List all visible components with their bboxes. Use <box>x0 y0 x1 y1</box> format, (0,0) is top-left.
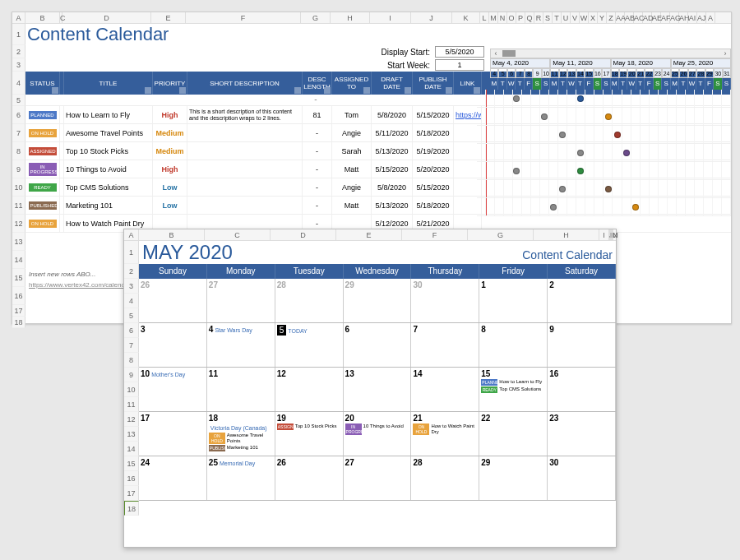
calendar-day[interactable]: 18Victoria Day (Canada)ON HOLDAwesome Tr… <box>207 412 275 456</box>
calendar-day[interactable]: 4Star Wars Day <box>207 323 275 367</box>
calendar-day[interactable]: 26 <box>275 456 344 500</box>
row-number[interactable]: 13 <box>124 427 139 442</box>
calendar-day[interactable]: 6 <box>344 323 412 367</box>
desc-cell[interactable] <box>187 197 303 214</box>
calendar-day[interactable]: 24 <box>139 456 207 500</box>
title-cell[interactable]: Awesome Travel Points <box>64 124 153 141</box>
col-letter[interactable]: Y <box>598 12 607 23</box>
filter-icon[interactable] <box>294 87 301 94</box>
row-number[interactable]: 3 <box>124 279 139 294</box>
calendar-event[interactable]: PLANNEDHow to Learn to Fly <box>481 379 545 386</box>
calendar-event[interactable]: ASSIGNEDTop 10 Stock Picks <box>277 423 341 430</box>
col-letter[interactable]: E <box>151 12 186 23</box>
col-letter[interactable]: A <box>124 229 139 240</box>
col-letter[interactable]: Q <box>525 12 534 23</box>
row-number[interactable]: 10 <box>12 178 25 197</box>
calendar-day[interactable]: 8 <box>479 323 548 367</box>
row-number[interactable]: 1 <box>124 241 139 264</box>
scroll-right-icon[interactable]: › <box>720 49 730 58</box>
col-letter[interactable]: AG <box>670 12 679 23</box>
filter-icon[interactable] <box>324 87 331 94</box>
col-letter[interactable]: N <box>498 12 507 23</box>
calendar-day[interactable]: 15PLANNEDHow to Learn to FlyREADYTop CMS… <box>479 368 548 411</box>
row-number[interactable]: 10 <box>124 382 139 397</box>
calendar-day[interactable]: 26 <box>139 279 207 322</box>
calendar-day[interactable]: 2 <box>548 279 616 322</box>
col-letter[interactable]: S <box>543 12 553 23</box>
calendar-day[interactable]: 23 <box>548 412 616 456</box>
calendar-day[interactable]: 28 <box>275 279 344 322</box>
col-letter[interactable]: AC <box>634 12 643 23</box>
filter-icon[interactable] <box>179 87 186 94</box>
row-number[interactable]: 6 <box>124 323 139 338</box>
desc-cell[interactable] <box>187 178 303 196</box>
calendar-day[interactable]: 28 <box>411 456 479 500</box>
title-cell[interactable]: Marketing 101 <box>64 197 153 214</box>
col-letter[interactable]: P <box>516 12 525 23</box>
title-cell[interactable]: Top 10 Stock Picks <box>64 142 153 160</box>
calendar-event[interactable]: ON HOLDHow to Watch Paint Dry <box>413 423 477 435</box>
col-letter[interactable]: C <box>205 229 271 240</box>
calendar-day[interactable]: 1 <box>479 279 548 322</box>
col-letter[interactable]: B <box>139 229 205 240</box>
row-number[interactable]: 18 <box>12 317 25 328</box>
col-letter[interactable]: M <box>489 12 498 23</box>
desc-cell[interactable] <box>187 160 303 178</box>
col-letter[interactable]: I <box>370 12 411 23</box>
col-letter[interactable]: T <box>553 12 562 23</box>
calendar-event[interactable]: ON HOLDAwesome Travel Points <box>209 433 273 444</box>
calendar-event[interactable]: IN PROGRESS10 Things to Avoid <box>345 423 409 435</box>
col-letter[interactable]: K <box>452 12 480 23</box>
col-letter[interactable]: AI <box>688 12 697 23</box>
filter-icon[interactable] <box>52 87 58 94</box>
row-number[interactable]: 16 <box>124 471 139 486</box>
calendar-day[interactable]: 30 <box>548 456 616 500</box>
row-number[interactable]: 2 <box>124 264 139 279</box>
calendar-day[interactable]: 16 <box>548 368 616 411</box>
desc-cell[interactable] <box>187 142 303 160</box>
col-letter[interactable]: H <box>331 12 370 23</box>
col-letter[interactable]: D <box>62 12 151 23</box>
row-number[interactable]: 1 <box>12 24 25 45</box>
row-number[interactable]: 9 <box>124 368 139 382</box>
col-letter[interactable]: A <box>12 12 25 23</box>
col-letter[interactable]: V <box>571 12 580 23</box>
calendar-day[interactable]: 10Mother's Day <box>139 368 207 411</box>
calendar-day[interactable]: 11 <box>207 368 275 411</box>
col-letter[interactable]: Z <box>607 12 616 23</box>
calendar-event[interactable]: PUBLISHEDMarketing 101 <box>209 445 273 451</box>
col-letter[interactable]: AD <box>643 12 652 23</box>
row-number[interactable]: 4 <box>124 294 139 308</box>
col-letter[interactable]: L <box>480 12 489 23</box>
col-letter[interactable]: W <box>580 12 589 23</box>
filter-icon[interactable] <box>363 87 370 94</box>
calendar-day[interactable]: 3 <box>139 323 207 367</box>
calendar-day[interactable]: 7 <box>411 323 479 367</box>
row-number[interactable]: 9 <box>12 160 25 178</box>
row-number[interactable]: 8 <box>124 353 139 368</box>
calendar-day[interactable]: 12 <box>275 368 344 411</box>
col-letter[interactable]: G <box>301 12 331 23</box>
row-number[interactable]: 17 <box>124 486 139 501</box>
filter-icon[interactable] <box>446 87 452 94</box>
calendar-day[interactable]: 21ON HOLDHow to Watch Paint Dry <box>411 412 479 456</box>
calendar-day[interactable]: 20IN PROGRESS10 Things to Avoid <box>344 412 412 456</box>
col-letter[interactable]: E <box>336 229 402 240</box>
col-letter[interactable]: I <box>599 229 609 240</box>
col-letter[interactable]: AH <box>679 12 688 23</box>
scroll-left-icon[interactable]: ‹ <box>491 49 501 58</box>
calendar-day[interactable]: 17 <box>139 412 207 456</box>
col-letter[interactable]: U <box>562 12 571 23</box>
calendar-day[interactable]: 19ASSIGNEDTop 10 Stock Picks <box>275 412 344 456</box>
row-number[interactable]: 16 <box>12 287 25 305</box>
row-number[interactable]: 18 <box>124 501 139 516</box>
calendar-day[interactable]: 29 <box>344 279 412 322</box>
calendar-day[interactable]: 25Memorial Day <box>207 456 275 500</box>
calendar-day[interactable]: 5TODAY <box>275 323 344 367</box>
calendar-event[interactable]: READYTop CMS Solutions <box>481 386 545 393</box>
row-number[interactable]: 15 <box>124 456 139 471</box>
row-number[interactable]: 6 <box>12 106 25 124</box>
row-number[interactable]: 7 <box>124 338 139 353</box>
col-letter[interactable]: H <box>534 229 599 240</box>
title-cell[interactable]: How to Learn to Fly <box>64 106 153 123</box>
